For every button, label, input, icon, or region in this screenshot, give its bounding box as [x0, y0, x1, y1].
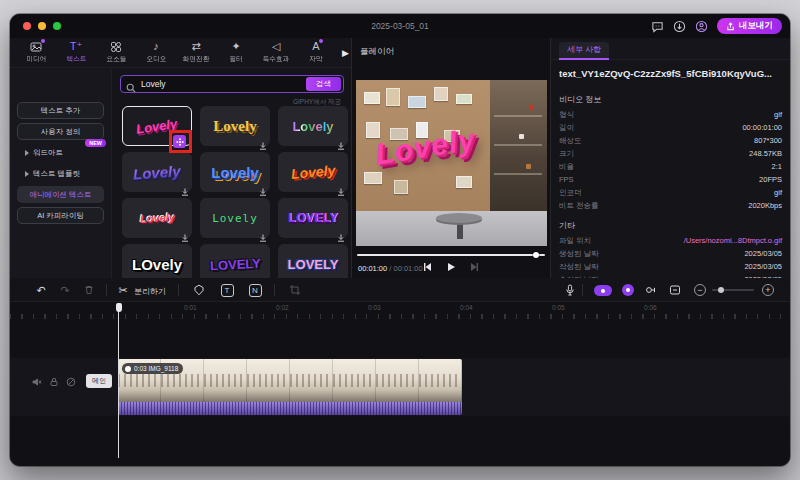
minimize-window-button[interactable] — [38, 22, 46, 30]
next-frame-button[interactable] — [469, 262, 479, 272]
marker-icon[interactable] — [192, 283, 206, 297]
track-manager-icon[interactable] — [668, 283, 682, 297]
record-voiceover-icon[interactable] — [563, 283, 577, 297]
search-button[interactable]: 검색 — [306, 77, 341, 91]
export-button[interactable]: 내보내기 — [717, 18, 782, 34]
toolbar-divider — [274, 284, 275, 296]
toolbar-divider — [106, 284, 107, 296]
search-input[interactable] — [141, 79, 306, 89]
shelf-item — [526, 164, 531, 169]
pinboard-photo — [386, 88, 400, 106]
playhead-handle[interactable] — [116, 303, 122, 312]
download-icon[interactable] — [337, 182, 345, 190]
video-preview[interactable]: Lovely — [356, 80, 547, 246]
timeline-zoom-slider[interactable] — [712, 289, 754, 291]
time-total: / 00:01:00 — [389, 264, 422, 273]
download-icon[interactable] — [259, 182, 267, 190]
clip-thumbnail — [204, 359, 247, 402]
account-icon[interactable] — [695, 20, 708, 33]
text-category-sidebar: 텍스트 추가 사용자 정의 워드아트 NEW 텍스트 템플릿 애니메이션 텍스트… — [10, 69, 112, 278]
timeline-ruler[interactable]: 0:01 0:02 0:03 0:04 0:05 0:06 — [10, 303, 790, 319]
download-icon[interactable] — [259, 136, 267, 144]
lock-track-icon[interactable] — [49, 377, 59, 387]
elements-icon — [110, 41, 122, 53]
sidebar-item-text-template[interactable]: 텍스트 템플릿 — [17, 165, 104, 182]
media-icon — [30, 41, 42, 53]
zoom-window-button[interactable] — [53, 22, 61, 30]
info-row-encoder: 인코더gif — [559, 188, 782, 200]
tab-text[interactable]: T⁺ 텍스트 — [56, 41, 96, 64]
add-text-icon[interactable]: T — [220, 283, 234, 297]
timeline-toolbar: ↶ ↷ ✂ 분리하기 T N — [10, 278, 790, 302]
text-style-card-6[interactable]: Lovely — [278, 152, 348, 192]
hide-track-icon[interactable] — [66, 377, 76, 387]
ruler-label: 0:04 — [460, 304, 473, 311]
sidebar-item-animated-text[interactable]: 애니메이션 텍스트 — [17, 186, 104, 203]
tab-filter[interactable]: ✦ 필터 — [216, 41, 256, 64]
tab-media[interactable]: 미디어 — [16, 41, 56, 64]
info-row-resolution: 해상도807*300 — [559, 136, 782, 148]
sidebar-item-wordart[interactable]: 워드아트 NEW — [17, 144, 104, 161]
tab-details[interactable]: 세부 사항 — [559, 42, 609, 60]
player-scrubber[interactable] — [357, 254, 545, 256]
tab-captions[interactable]: A 자막 — [296, 41, 336, 64]
text-style-card-7[interactable]: Lovely — [122, 198, 192, 238]
sidebar-item-custom[interactable]: 사용자 정의 — [17, 123, 104, 140]
tab-effects[interactable]: ◁ 특수효과 — [256, 41, 296, 64]
link-clips-icon[interactable] — [644, 283, 658, 297]
delete-icon[interactable] — [82, 283, 96, 297]
split-label[interactable]: 분리하기 — [134, 286, 166, 297]
style-preview-text: Lovely — [139, 211, 174, 225]
more-tabs-icon[interactable]: ▶ — [342, 48, 349, 58]
download-icon[interactable] — [181, 228, 189, 236]
undo-icon[interactable]: ↶ — [34, 283, 48, 297]
player-timecode: 00:01:00 / 00:01:00 — [358, 264, 423, 273]
text-style-card-4[interactable]: Lovely — [122, 152, 192, 192]
download-icon[interactable] — [337, 136, 345, 144]
time-current: 00:01:00 — [358, 264, 387, 273]
download-icon[interactable] — [181, 182, 189, 190]
crop-icon[interactable] — [288, 283, 302, 297]
download-icon[interactable] — [259, 228, 267, 236]
magnet-snap-icon[interactable] — [594, 285, 612, 296]
text-style-card-9[interactable]: LOVELY — [278, 198, 348, 238]
sidebar-item-ai-copywriting[interactable]: AI 카피라이팅 — [17, 207, 104, 224]
video-clip[interactable]: 0:03 IMG_9118 — [118, 359, 462, 415]
text-style-card-3[interactable]: Lovely — [278, 106, 348, 146]
close-window-button[interactable] — [23, 22, 31, 30]
tab-audio[interactable]: ♪ 오디오 — [136, 41, 176, 64]
playhead[interactable] — [118, 303, 119, 458]
text-style-card-8[interactable]: Lovely — [200, 198, 270, 238]
title-bar: 2025-03-05_01 내보내기 — [10, 14, 790, 38]
info-row-ratio: 비율2:1 — [559, 162, 782, 174]
tab-transition[interactable]: ⇄ 화면전환 — [176, 41, 216, 64]
scrubber-knob[interactable] — [533, 252, 539, 258]
redo-icon[interactable]: ↷ — [58, 283, 72, 297]
split-icon[interactable]: ✂ — [116, 283, 130, 297]
shelf-item — [519, 134, 524, 139]
download-icon[interactable] — [337, 228, 345, 236]
play-button[interactable] — [446, 262, 456, 272]
download-update-icon[interactable] — [673, 20, 686, 33]
sidebar-item-add-text[interactable]: 텍스트 추가 — [17, 102, 104, 119]
mute-track-icon[interactable] — [32, 377, 42, 387]
text-style-card-5[interactable]: Lovely — [200, 152, 270, 192]
zoom-in-icon[interactable]: + — [762, 284, 774, 296]
feedback-icon[interactable] — [651, 20, 664, 33]
mosaic-icon[interactable]: N — [248, 283, 262, 297]
zoom-out-icon[interactable]: − — [694, 284, 706, 296]
ruler-label: 0:03 — [368, 304, 381, 311]
text-icon: T⁺ — [70, 41, 83, 53]
transition-icon: ⇄ — [191, 41, 200, 53]
zoom-slider-knob[interactable] — [718, 287, 724, 293]
text-style-card-1[interactable]: Lovely — [122, 106, 192, 146]
info-row-file-path: 파일 위치/Users/nozomi...8Dtmpct.o.gif — [559, 236, 782, 248]
tab-elements[interactable]: 요소들 — [96, 41, 136, 64]
file-path-link[interactable]: /Users/nozomi...8Dtmpct.o.gif — [684, 236, 782, 245]
text-style-card-2[interactable]: Lovely — [200, 106, 270, 146]
shelf-item — [529, 105, 534, 110]
track-size-pill[interactable]: 메인 — [86, 374, 112, 388]
timeline: ↶ ↷ ✂ 분리하기 T N — [10, 278, 790, 466]
auto-ripple-icon[interactable] — [622, 284, 634, 296]
previous-frame-button[interactable] — [423, 262, 433, 272]
